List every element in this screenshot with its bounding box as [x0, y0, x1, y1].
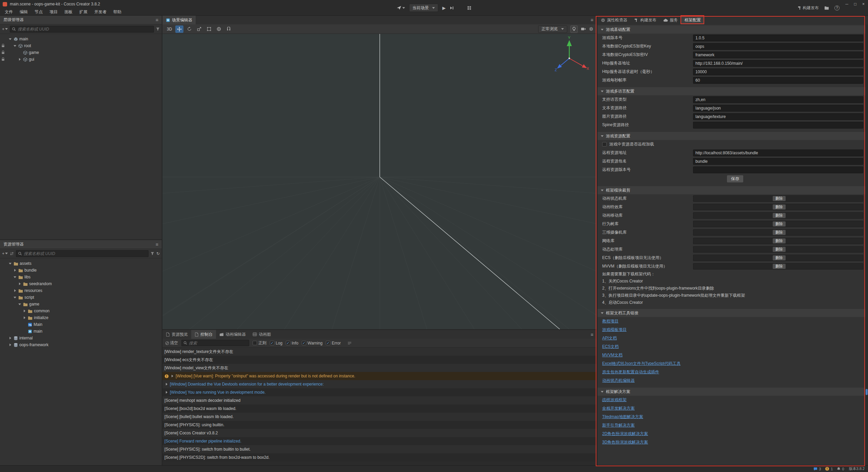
section-header-框架模块裁剪[interactable]: 框架模块裁剪	[597, 186, 865, 194]
property-input-远程资源地址[interactable]	[693, 150, 863, 156]
scrollbar-thumb[interactable]	[866, 389, 868, 395]
expand-arrow[interactable]	[8, 263, 12, 264]
camera-icon[interactable]	[581, 27, 586, 31]
gear-icon[interactable]	[589, 27, 593, 31]
asset-item-resources[interactable]: resources	[0, 287, 162, 294]
property-input-本地数据CryptoES加密IV[interactable]	[693, 52, 863, 58]
asset-item-oops-framework[interactable]: oops-framework	[0, 341, 162, 348]
regex-filter[interactable]: 正则	[253, 340, 267, 346]
link-动画状态机编辑器[interactable]: 动画状态机编辑器	[602, 376, 635, 385]
link-2D角色扮演游戏解决方案[interactable]: 2D角色扮演游戏解决方案	[602, 430, 648, 438]
link-Tiledmap地图解决方案[interactable]: Tiledmap地图解决方案	[602, 413, 643, 421]
inspector-scrollbar[interactable]	[865, 24, 868, 465]
expand-arrow[interactable]	[170, 375, 174, 377]
menu-item-文件[interactable]: 文件	[1, 8, 16, 16]
console-message[interactable]: [Scene] meshopt wasm decoder initialized	[162, 396, 597, 405]
asset-item-common[interactable]: common	[0, 308, 162, 314]
assets-search-input[interactable]	[24, 251, 146, 256]
tab-动画编辑器[interactable]: 动画编辑器	[216, 330, 249, 339]
tab-动画图[interactable]: 动画图	[249, 330, 274, 339]
hierarchy-node-main[interactable]: main	[0, 36, 162, 42]
property-input-图片资源路径[interactable]	[693, 113, 863, 120]
checkbox-Error[interactable]: ✓	[326, 341, 330, 345]
console-message[interactable]: [Scene] [PHYSICS]: using builtin.	[162, 421, 597, 429]
console-message[interactable]: [Window] ecs文件夹不存在	[162, 356, 597, 364]
tab-服务[interactable]: 服务	[660, 16, 681, 24]
delete-button[interactable]: 删除	[773, 247, 786, 252]
filter-Info[interactable]: ✓Info	[286, 341, 298, 346]
hierarchy-search-input[interactable]	[18, 27, 152, 32]
delete-button[interactable]: 删除	[773, 213, 786, 218]
link-MVVM文档[interactable]: MVVM文档	[602, 351, 623, 359]
menu-item-节点[interactable]: 节点	[31, 8, 46, 16]
console-message[interactable]: [Scene] [PHYSICS]: switch from builtin t…	[162, 445, 597, 453]
status-badge[interactable]: 1	[825, 467, 833, 471]
asset-item-Main[interactable]: TSMain	[0, 321, 162, 328]
menu-item-扩展[interactable]: 扩展	[76, 8, 91, 16]
section-header-框架文档工具链接[interactable]: 框架文档工具链接	[597, 309, 865, 317]
link-战棋游戏框架[interactable]: 战棋游戏框架	[602, 396, 627, 404]
panel-menu-icon[interactable]: ≡	[591, 17, 593, 23]
property-input-文本资源路径[interactable]	[693, 105, 863, 112]
expand-arrow[interactable]	[8, 337, 12, 339]
clear-console-button[interactable]: 清空	[165, 340, 178, 346]
play-button[interactable]: ▶	[442, 5, 446, 11]
menu-item-帮助[interactable]: 帮助	[110, 8, 125, 16]
filter-icon[interactable]	[156, 27, 160, 31]
tab-资源预览[interactable]: 资源预览	[162, 330, 191, 339]
create-asset-button[interactable]: +	[2, 251, 8, 256]
delete-button[interactable]: 删除	[773, 255, 786, 260]
console-message[interactable]: [Scene] [PHYSICS2D]: switch from box2d-w…	[162, 453, 597, 461]
axis-gizmo[interactable]: Y X Z	[547, 35, 591, 79]
gizmo-space-button[interactable]	[215, 25, 223, 33]
expand-arrow[interactable]	[13, 276, 17, 278]
help-button[interactable]: ?	[834, 5, 840, 11]
filter-Error[interactable]: ✓Error	[326, 341, 341, 346]
create-node-button[interactable]: +	[2, 27, 8, 32]
panel-menu-icon[interactable]: ≡	[156, 242, 158, 247]
expand-arrow[interactable]	[164, 383, 169, 386]
property-input-游戏版本号[interactable]	[693, 35, 863, 41]
tab-构建发布[interactable]: 构建发布	[631, 16, 660, 24]
open-folder-icon[interactable]	[824, 6, 829, 10]
view-mode-select[interactable]: 正常浏览	[538, 25, 567, 33]
property-input-Http服务器地址[interactable]	[693, 60, 863, 67]
expand-arrow[interactable]	[13, 297, 17, 298]
scene-select[interactable]: 当前场景	[409, 4, 438, 12]
expand-arrow[interactable]	[13, 45, 17, 47]
build-publish-button[interactable]: 构建发布	[797, 5, 819, 11]
delete-button[interactable]: 删除	[773, 221, 786, 227]
link-全栈开发解决方案[interactable]: 全栈开发解决方案	[602, 404, 635, 413]
link-ECS文档[interactable]: ECS文档	[602, 342, 619, 351]
filter-Warning[interactable]: ✓Warning	[302, 341, 322, 346]
tab-属性检查器[interactable]: 属性检查器	[597, 16, 631, 24]
preview-target-button[interactable]	[397, 5, 405, 10]
filter-Log[interactable]: ✓Log	[270, 341, 282, 346]
menu-item-项目[interactable]: 项目	[46, 8, 61, 16]
link-游戏模板项目[interactable]: 游戏模板项目	[602, 326, 627, 334]
close-button[interactable]: ×	[862, 2, 865, 6]
light-toggle[interactable]	[570, 25, 578, 33]
asset-item-script[interactable]: script	[0, 294, 162, 301]
section-header-框架解决方案[interactable]: 框架解决方案	[597, 388, 865, 396]
status-badge[interactable]: 0	[837, 467, 844, 471]
collapse-similar-icon[interactable]	[348, 341, 352, 345]
remote-load-checkbox[interactable]	[602, 142, 607, 146]
section-header-游戏资源配置[interactable]: 游戏资源配置	[597, 132, 865, 140]
save-button[interactable]: 保存	[727, 175, 743, 182]
link-新手引导解决方案[interactable]: 新手引导解决方案	[602, 421, 635, 430]
expand-arrow[interactable]	[8, 343, 12, 346]
tab-scene-editor[interactable]: 场景编辑器	[162, 16, 196, 24]
console-message[interactable]: [Scene] [bullet]:bullet wasm lib loaded.	[162, 413, 597, 421]
menu-item-开发者[interactable]: 开发者	[91, 8, 110, 16]
refresh-icon[interactable]: ↻	[156, 251, 160, 256]
status-badge[interactable]: 3	[813, 467, 821, 471]
property-input-远程资源版本号[interactable]	[693, 166, 863, 173]
expand-arrow[interactable]	[22, 316, 26, 319]
section-header-游戏基础配置[interactable]: 游戏基础配置	[597, 25, 865, 34]
console-search-input[interactable]	[189, 341, 247, 346]
console-message[interactable]: [Scene] [box2d]:box2d wasm lib loaded.	[162, 405, 597, 413]
scene-viewport[interactable]: Y X Z	[162, 34, 597, 329]
expand-arrow[interactable]	[164, 391, 169, 394]
delete-button[interactable]: 删除	[773, 230, 786, 235]
